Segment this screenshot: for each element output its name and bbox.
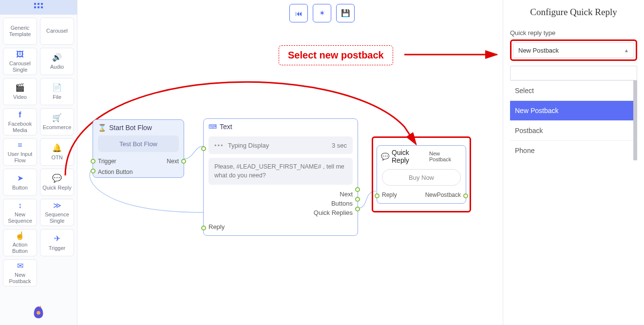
tool-new-sequence[interactable]: ↕New Sequence: [3, 199, 37, 226]
quick-reply-type-label: Quick reply type: [510, 29, 637, 37]
port-newpostback[interactable]: [463, 193, 468, 198]
tool-button[interactable]: ➤Button: [3, 169, 37, 196]
port-label-action: Action Button: [98, 169, 133, 175]
right-panel: Configure Quick Reply Quick reply type N…: [503, 0, 644, 325]
tool-label: User Input Flow: [4, 151, 36, 164]
tool-carousel-single[interactable]: 🖼Carousel Single: [3, 48, 37, 75]
node-title: Start Bot Flow: [109, 124, 152, 132]
tool-label: Video: [13, 94, 27, 100]
compress-icon: ✶: [319, 9, 325, 18]
tool-label: Carousel Single: [4, 60, 36, 73]
plane-icon: ✈: [54, 234, 60, 243]
port-in[interactable]: [201, 146, 206, 151]
port-out-buttons[interactable]: [355, 197, 360, 202]
app-logo: [0, 305, 77, 319]
forward-icon: ≫: [53, 201, 61, 210]
tool-trigger[interactable]: ✈Trigger: [40, 229, 74, 256]
tool-label: Quick Reply: [42, 185, 71, 191]
tool-label: New Postback: [4, 272, 36, 285]
back-icon: ⏮: [295, 9, 303, 18]
option-new-postback[interactable]: New Postback: [510, 100, 633, 120]
port-reply[interactable]: [201, 226, 206, 230]
fit-button[interactable]: ✶: [313, 4, 331, 22]
option-label: New Postback: [515, 107, 558, 115]
node-text[interactable]: ⌨Text •••Typing Display 3 sec Please, #L…: [203, 118, 358, 236]
select-value: New Postback: [518, 47, 559, 54]
option-select[interactable]: Select: [510, 80, 633, 100]
typing-label: Typing Display: [228, 142, 269, 149]
port-in-action[interactable]: [91, 169, 95, 173]
sidebar-apps-icon[interactable]: [0, 0, 77, 15]
tool-label: Audio: [50, 64, 64, 70]
panel-title: Configure Quick Reply: [510, 7, 637, 18]
typing-display-row: •••Typing Display 3 sec: [208, 136, 353, 154]
test-bot-flow-button[interactable]: Test Bot Flow: [98, 135, 179, 152]
sidebar: Generic Template Carousel 🖼Carousel Sing…: [0, 0, 77, 325]
bell-icon: 🔔: [52, 143, 62, 153]
typing-value: 3 sec: [332, 142, 347, 149]
dropdown-search-input[interactable]: [510, 66, 637, 80]
port-in-trigger[interactable]: [91, 159, 95, 164]
port-label-next: Next: [340, 191, 353, 198]
video-icon: 🎬: [15, 83, 25, 92]
tool-otn[interactable]: 🔔OTN: [40, 138, 74, 166]
svg-rect-4: [38, 6, 39, 8]
tool-generic-template[interactable]: Generic Template: [3, 18, 37, 45]
port-out-quick[interactable]: [355, 207, 360, 211]
option-label: Select: [515, 87, 534, 95]
svg-rect-5: [41, 6, 43, 8]
port-reply[interactable]: [375, 193, 379, 198]
port-label-next: Next: [167, 158, 179, 165]
port-out-next[interactable]: [355, 187, 360, 192]
tool-user-input-flow[interactable]: ≡User Input Flow: [3, 138, 37, 166]
tool-ecommerce[interactable]: 🛒Ecommerce: [40, 108, 74, 135]
tool-quick-reply[interactable]: 💬Quick Reply: [40, 169, 74, 196]
svg-rect-2: [41, 3, 43, 5]
quick-reply-type-select[interactable]: New Postback ▲: [513, 42, 634, 58]
tool-label: Facebook Media: [4, 121, 36, 134]
audio-icon: 🔊: [52, 53, 62, 62]
back-button[interactable]: ⏮: [289, 4, 308, 22]
annotation-highlight-qr: 💬Quick Reply New Postback Buy Now Reply …: [372, 136, 471, 212]
port-out-next[interactable]: [181, 159, 186, 164]
facebook-icon: f: [19, 110, 21, 119]
tool-sequence-single[interactable]: ≫Sequence Single: [40, 199, 74, 226]
dots-icon: •••: [214, 142, 224, 149]
image-icon: 🖼: [16, 50, 24, 59]
tool-carousel[interactable]: Carousel: [40, 18, 74, 45]
send-icon: ➤: [17, 173, 23, 183]
tool-new-postback[interactable]: ✉New Postback: [3, 259, 37, 287]
option-phone[interactable]: Phone: [510, 140, 633, 160]
node-quick-reply[interactable]: 💬Quick Reply New Postback Buy Now Reply …: [377, 145, 466, 204]
save-button[interactable]: 💾: [336, 4, 355, 22]
tool-facebook-media[interactable]: fFacebook Media: [3, 108, 37, 135]
option-postback[interactable]: Postback: [510, 120, 633, 140]
node-title: Quick Reply: [392, 149, 426, 164]
sort-icon: ↕: [18, 201, 22, 210]
tool-label: OTN: [51, 154, 62, 161]
file-icon: 📄: [52, 83, 62, 92]
button-label: Buy Now: [409, 174, 434, 181]
quick-reply-button[interactable]: Buy Now: [382, 169, 461, 186]
option-label: Postback: [515, 127, 543, 134]
button-label: Test Bot Flow: [119, 140, 157, 148]
tool-audio[interactable]: 🔊Audio: [40, 48, 74, 75]
save-icon: 💾: [341, 9, 350, 18]
tool-action-button[interactable]: ☝Action Button: [3, 229, 37, 256]
tool-label: Trigger: [49, 245, 65, 251]
node-start-bot-flow[interactable]: ⌛Start Bot Flow Test Bot Flow Trigger Ne…: [93, 119, 184, 178]
list-icon: ≡: [18, 140, 22, 150]
port-label-trigger: Trigger: [98, 158, 116, 165]
annotation-callout: Select new postback: [279, 45, 393, 65]
svg-rect-0: [34, 3, 36, 5]
keyboard-icon: ⌨: [208, 123, 217, 130]
mail-icon: ✉: [17, 261, 23, 270]
tool-palette: Generic Template Carousel 🖼Carousel Sing…: [2, 17, 75, 287]
cart-icon: 🛒: [52, 113, 62, 122]
svg-rect-1: [38, 3, 39, 5]
tool-file[interactable]: 📄File: [40, 78, 74, 105]
port-label-newpostback: NewPostback: [425, 191, 461, 198]
tool-video[interactable]: 🎬Video: [3, 78, 37, 105]
svg-rect-3: [34, 6, 36, 8]
port-label-buttons: Buttons: [331, 200, 353, 207]
